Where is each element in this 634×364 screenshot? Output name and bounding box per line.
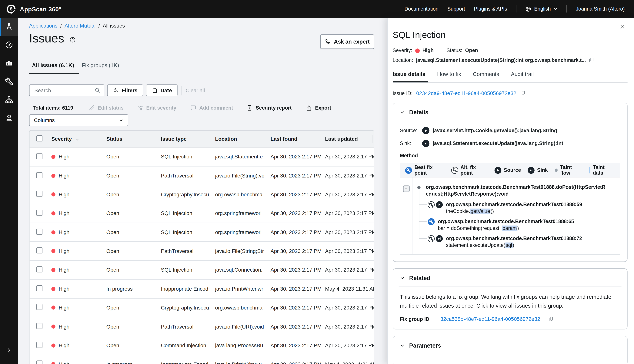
tab-fix-groups[interactable]: Fix groups (1K)	[79, 62, 124, 74]
fix-group-label: Fix group ID	[400, 316, 440, 322]
trace-node-sink[interactable]: org.owasp.benchmark.testcode.BenchmarkTe…	[428, 235, 616, 248]
row-checkbox[interactable]	[37, 304, 43, 310]
location-value: java.sql.Statement.executeUpdate(String)…	[416, 57, 586, 63]
copy-icon[interactable]	[520, 90, 526, 96]
breadcrumb-altoro-mutual[interactable]: Altoro Mutual	[65, 23, 96, 29]
column-header-last-updated[interactable]: Last updated	[325, 136, 374, 142]
tab-issue-details[interactable]: Issue details	[393, 71, 425, 82]
row-checkbox[interactable]	[37, 266, 43, 272]
issue-row[interactable]: High Open SQL Injection java.sql.Connect…	[30, 261, 374, 280]
add-comment-button[interactable]: Add comment	[190, 105, 233, 111]
row-checkbox[interactable]	[37, 248, 43, 254]
search-icon[interactable]	[95, 87, 101, 93]
copy-icon[interactable]	[589, 57, 594, 63]
help-icon[interactable]	[70, 36, 76, 42]
last-found-value: Apr 30, 2023 2:17 PM	[271, 342, 325, 348]
date-button[interactable]: Date	[146, 84, 178, 96]
row-checkbox[interactable]	[37, 191, 43, 197]
nav-documentation[interactable]: Documentation	[404, 6, 438, 12]
trace-node-source[interactable]: org.owasp.benchmark.testcode.BenchmarkTe…	[428, 201, 616, 215]
issue-row[interactable]: High Open PathTraversal java.io.File(URI…	[30, 318, 374, 336]
trace-node-best-fix[interactable]: org.owasp.benchmark.testcode.BenchmarkTe…	[428, 218, 616, 232]
trace-node-code: statement.executeUpdate(sql)	[446, 242, 514, 248]
row-checkbox[interactable]	[37, 360, 43, 364]
breadcrumb-separator: /	[60, 23, 62, 29]
issue-title: SQL Injection	[393, 30, 627, 40]
issue-id-link[interactable]: 02342da9-48e7-ed11-96a4-005056972e32	[416, 90, 516, 96]
edit-severity-button[interactable]: Edit severity	[137, 105, 176, 111]
breadcrumb-separator: /	[98, 23, 100, 29]
details-section-toggle[interactable]: Details	[400, 109, 620, 116]
row-checkbox[interactable]	[37, 153, 43, 159]
issue-row[interactable]: High Open PathTraversal java.io.File(Str…	[30, 166, 374, 185]
last-updated-value: Apr 30, 2023 2:17 PM	[325, 154, 374, 160]
sidebar-item-scans[interactable]	[0, 36, 18, 54]
clear-all-button[interactable]: Clear all	[186, 87, 205, 93]
column-header-issue-type[interactable]: Issue type	[161, 136, 215, 142]
issue-row[interactable]: High Open Cryptography.Insecu org.owasp.…	[30, 298, 374, 318]
tab-comments[interactable]: Comments	[473, 71, 499, 82]
language-selector[interactable]: English	[525, 6, 557, 12]
row-checkbox[interactable]	[37, 210, 43, 216]
security-report-button[interactable]: Security report	[246, 105, 292, 111]
issue-row[interactable]: High Open Command Injection java.lang.Pr…	[30, 336, 374, 355]
issue-row[interactable]: High Open SQL Injection java.sql.Stateme…	[30, 148, 374, 166]
issue-row[interactable]: High Open PathTraversal java.io.File(Str…	[30, 242, 374, 261]
fix-group-id-link[interactable]: 32ca538b-48e7-ed11-96a4-005056972e32	[440, 316, 540, 322]
sidebar-item-policies[interactable]	[0, 90, 18, 109]
source-label: Source:	[400, 128, 419, 133]
last-found-value: Apr 30, 2023 2:17 PM	[271, 229, 325, 235]
nav-support[interactable]: Support	[447, 6, 465, 12]
close-icon[interactable]	[619, 24, 625, 30]
tab-audit-trail[interactable]: Audit trail	[511, 71, 534, 82]
trace-root-node[interactable]: org.owasp.benchmark.testcode.BenchmarkTe…	[417, 184, 616, 198]
column-header-last-found[interactable]: Last found	[271, 136, 325, 142]
sidebar-item-tools[interactable]	[0, 72, 18, 90]
column-header-severity[interactable]: Severity	[51, 136, 106, 142]
issue-row[interactable]: High Open SQL Injection org.springframew…	[30, 223, 374, 242]
sidebar-item-users[interactable]	[0, 109, 18, 127]
sink-icon	[422, 140, 429, 147]
row-checkbox[interactable]	[37, 228, 43, 234]
trace-legend: Best fix point Alt. fix point Source Sin…	[400, 163, 620, 178]
last-found-value: Apr 30, 2023 2:17 PM	[271, 286, 325, 292]
severity-label: Severity:	[393, 48, 412, 53]
issue-row[interactable]: High In progress Inappropriate Encod jav…	[30, 280, 374, 298]
sidebar-expand-button[interactable]	[0, 341, 18, 359]
parameters-section-toggle[interactable]: Parameters	[400, 342, 620, 349]
tab-all-issues[interactable]: All issues (6.1K)	[29, 62, 79, 74]
collapse-trace-button[interactable]: −	[403, 186, 409, 192]
issue-row[interactable]: High Open SQL Injection org.springframew…	[30, 204, 374, 223]
sidebar-item-reports[interactable]	[0, 54, 18, 72]
severity-high-dot	[51, 362, 55, 364]
columns-dropdown[interactable]: Columns	[29, 114, 128, 126]
export-button[interactable]: Export	[306, 105, 331, 111]
tab-how-to-fix[interactable]: How to fix	[437, 71, 461, 82]
filters-button[interactable]: Filters	[107, 84, 143, 96]
related-section-toggle[interactable]: Related	[400, 275, 620, 281]
row-checkbox[interactable]	[37, 285, 43, 291]
user-menu[interactable]: Joanna Smith (Altoro)	[576, 6, 625, 12]
taint-data-icon	[589, 167, 590, 173]
legend-alt-fix-point: Alt. fix point	[451, 164, 488, 176]
sidebar-item-applications[interactable]	[0, 18, 18, 36]
edit-status-button[interactable]: Edit status	[89, 105, 124, 111]
nav-plugins-apis[interactable]: Plugins & APIs	[474, 6, 507, 12]
select-all-checkbox[interactable]	[37, 135, 43, 141]
last-found-value: Apr 30, 2023 2:17 PM	[271, 324, 325, 330]
severity-value: High	[59, 154, 70, 160]
column-header-status[interactable]: Status	[107, 136, 161, 142]
issue-row[interactable]: High Open Cryptography.Insecu org.owasp.…	[30, 185, 374, 204]
row-checkbox[interactable]	[37, 323, 43, 329]
row-checkbox[interactable]	[37, 342, 43, 348]
row-checkbox[interactable]	[37, 172, 43, 178]
report-icon	[246, 105, 253, 111]
status-label: Status:	[447, 48, 462, 53]
breadcrumb-applications[interactable]: Applications	[29, 23, 57, 29]
copy-icon[interactable]	[548, 316, 554, 322]
issue-row[interactable]: High In progress Inappropriate Encod jav…	[30, 355, 374, 364]
top-nav: Documentation Support Plugins & APIs Eng…	[404, 5, 634, 13]
search-input[interactable]	[34, 87, 95, 94]
ask-an-expert-button[interactable]: Ask an expert	[320, 34, 374, 49]
column-header-location[interactable]: Location	[215, 136, 271, 142]
